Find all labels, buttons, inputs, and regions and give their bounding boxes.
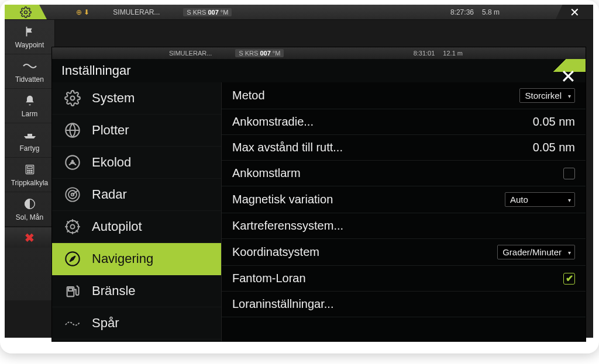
- svg-point-13: [72, 161, 73, 162]
- settings-detail-panel: Metod Storcirkel Ankomstradie... 0.05 nm…: [222, 82, 586, 341]
- category-radar[interactable]: Radar: [52, 179, 221, 211]
- setting-row-arrival-radius[interactable]: Ankomstradie... 0.05 nm: [222, 109, 586, 135]
- category-label: Spår: [92, 316, 119, 331]
- fuel-icon: [64, 282, 81, 300]
- moon-icon: [23, 197, 37, 211]
- status-front-krs: S KRS 007 °M: [235, 49, 284, 57]
- setting-label: Ankomstradie...: [232, 115, 314, 129]
- rail-item-sunmoon[interactable]: Sol, Mån: [5, 192, 54, 227]
- status-bg-time: 8:27:36: [450, 8, 474, 16]
- setting-row-max-xte[interactable]: Max avstånd till rutt... 0.05 nm: [222, 135, 586, 161]
- globe-icon: [64, 122, 81, 139]
- compass-icon: [64, 250, 81, 268]
- svg-point-3: [27, 170, 28, 171]
- rail-item-tides[interactable]: Tidvatten: [5, 54, 54, 89]
- category-system[interactable]: System: [52, 82, 221, 115]
- category-label: Autopilot: [92, 219, 142, 234]
- setting-row-arrival-alarm[interactable]: Ankomstlarm: [222, 161, 586, 186]
- setting-label: Max avstånd till rutt...: [232, 141, 343, 154]
- status-bg-krs: S KRS 007 °M: [183, 8, 232, 16]
- setting-label: Loraninställningar...: [232, 297, 333, 311]
- status-front-depth: 12.1 m: [443, 50, 463, 57]
- close-button-bg[interactable]: ✕: [556, 5, 593, 19]
- category-label: Ekolod: [92, 155, 131, 170]
- settings-gear-tab[interactable]: [5, 5, 47, 19]
- category-label: Radar: [92, 187, 127, 202]
- setting-label: Ankomstlarm: [232, 167, 301, 180]
- svg-point-4: [29, 170, 30, 171]
- flag-icon: [23, 25, 37, 39]
- svg-point-6: [27, 172, 28, 173]
- category-navigation[interactable]: Navigering: [52, 243, 221, 275]
- status-bg-content: ⊕ ⬇ SIMULERAR... S KRS 007 °M 8:27:36 5.…: [47, 8, 593, 16]
- svg-rect-31: [68, 288, 73, 291]
- track-icon: [64, 314, 81, 332]
- category-chart[interactable]: Plotter: [52, 115, 221, 147]
- svg-point-7: [29, 172, 30, 173]
- max-xte-value: 0.05 nm: [533, 141, 575, 154]
- settings-categories: System Plotter Ekolod Radar Autopilot: [52, 82, 222, 341]
- status-bar-front: SIMULERAR... S KRS 007 °M 8:31:01 12.1 m: [52, 47, 586, 59]
- status-front-simulate: SIMULERAR...: [169, 50, 212, 57]
- coord-dropdown[interactable]: Grader/Minuter: [497, 245, 575, 259]
- category-label: Bränsle: [92, 283, 136, 299]
- rail-label: Sol, Mån: [16, 213, 43, 221]
- rail-label: Trippkalkyla: [11, 179, 49, 187]
- sonar-icon: [64, 154, 81, 171]
- setting-label: Kartreferenssystem...: [232, 219, 343, 233]
- left-rail: Waypoint Tidvatten Larm Fartyg Trippkalk…: [5, 20, 55, 300]
- setting-row-datum[interactable]: Kartreferenssystem...: [222, 213, 586, 239]
- svg-marker-29: [70, 256, 75, 261]
- status-front-time: 8:31:01: [414, 50, 435, 57]
- category-label: Navigering: [92, 251, 153, 266]
- settings-title: Inställningar: [61, 63, 131, 78]
- setting-label: Magnetisk variation: [232, 193, 333, 206]
- svg-rect-2: [27, 167, 32, 168]
- svg-point-10: [71, 96, 75, 100]
- svg-point-5: [31, 170, 32, 171]
- category-label: System: [92, 91, 135, 106]
- arrival-alarm-checkbox[interactable]: [563, 168, 575, 179]
- setting-label: Metod: [232, 89, 265, 102]
- rail-item-alarm[interactable]: Larm: [5, 89, 54, 123]
- mag-var-dropdown[interactable]: Auto: [505, 192, 575, 207]
- arrival-radius-value: 0.05 nm: [533, 115, 575, 129]
- rail-label: Tidvatten: [15, 75, 44, 84]
- ship-icon: [23, 128, 37, 142]
- setting-row-coord[interactable]: Koordinatsystem Grader/Minuter: [222, 239, 586, 266]
- rail-label: Fartyg: [19, 144, 39, 152]
- setting-row-loran-settings[interactable]: Loraninställningar...: [222, 292, 586, 317]
- settings-header: Inställningar ✕: [52, 59, 586, 82]
- setting-row-mag-var[interactable]: Magnetisk variation Auto: [222, 186, 586, 213]
- status-bar-background: ⊕ ⬇ SIMULERAR... S KRS 007 °M 8:27:36 5.…: [5, 5, 593, 20]
- rail-label: Larm: [22, 110, 37, 118]
- radar-icon: [64, 186, 81, 203]
- svg-point-0: [25, 11, 27, 13]
- gear-icon: [64, 89, 81, 107]
- gear-icon: [20, 6, 32, 18]
- helm-icon: [64, 218, 81, 235]
- status-bg-simulate: SIMULERAR...: [113, 8, 160, 16]
- category-label: Plotter: [92, 123, 129, 138]
- category-tracks[interactable]: Spår: [52, 307, 221, 339]
- category-autopilot[interactable]: Autopilot: [52, 211, 221, 243]
- svg-point-8: [31, 172, 32, 173]
- rail-item-trip[interactable]: Trippkalkyla: [5, 158, 54, 192]
- rail-item-vessels[interactable]: Fartyg: [5, 123, 54, 158]
- status-bg-depth: 5.8 m: [482, 8, 500, 16]
- method-dropdown[interactable]: Storcirkel: [519, 88, 575, 103]
- setting-row-method[interactable]: Metod Storcirkel: [222, 82, 586, 109]
- wave-icon: [23, 59, 37, 73]
- svg-point-19: [71, 225, 75, 229]
- category-fuel[interactable]: Bränsle: [52, 275, 221, 307]
- rail-close-button[interactable]: ✖: [5, 227, 54, 248]
- setting-row-phantom-loran[interactable]: Fantom-Loran: [222, 266, 586, 292]
- settings-window: SIMULERAR... S KRS 007 °M 8:31:01 12.1 m…: [51, 47, 586, 342]
- rail-item-waypoint[interactable]: Waypoint: [5, 20, 54, 54]
- phantom-loran-checkbox[interactable]: [563, 273, 575, 285]
- rail-label: Waypoint: [15, 41, 44, 49]
- bell-icon: [23, 93, 37, 108]
- category-sonar[interactable]: Ekolod: [52, 147, 221, 179]
- setting-label: Fantom-Loran: [232, 272, 306, 285]
- calculator-icon: [23, 162, 37, 176]
